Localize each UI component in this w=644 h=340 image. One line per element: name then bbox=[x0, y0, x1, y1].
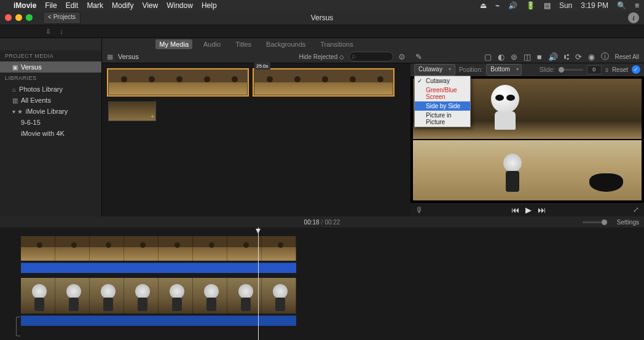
tab-backgrounds[interactable]: Backgrounds bbox=[262, 39, 309, 49]
reset-all-button[interactable]: Reset All bbox=[615, 53, 639, 60]
option-pip[interactable]: Picture in Picture bbox=[415, 111, 470, 127]
sidebar-item-photos-library[interactable]: ⌂Photos Library bbox=[0, 84, 101, 95]
spotlight-icon[interactable]: 🔍 bbox=[617, 1, 626, 10]
speed-icon[interactable]: ⟳ bbox=[575, 52, 582, 61]
volume-icon[interactable]: 🔊 bbox=[508, 1, 517, 10]
play-button[interactable]: ▶ bbox=[525, 205, 532, 215]
playhead[interactable] bbox=[258, 227, 259, 340]
bluetooth-icon[interactable]: ⌁ bbox=[495, 1, 500, 10]
airplay-icon[interactable]: ⏏ bbox=[480, 1, 487, 10]
tab-transitions[interactable]: Transitions bbox=[316, 39, 356, 49]
menu-window[interactable]: Window bbox=[167, 1, 193, 10]
position-select[interactable]: Bottom bbox=[486, 64, 522, 76]
clock-time[interactable]: 3:19 PM bbox=[581, 1, 608, 10]
crop-icon[interactable]: ◫ bbox=[524, 52, 531, 61]
close-button[interactable] bbox=[5, 14, 12, 21]
position-label: Position: bbox=[459, 66, 482, 73]
slide-slider[interactable] bbox=[559, 69, 583, 71]
clip-3[interactable]: + bbox=[108, 101, 156, 121]
project-icon: ▣ bbox=[12, 64, 18, 71]
content-tabs-row: My Media Audio Titles Backgrounds Transi… bbox=[0, 38, 644, 50]
timeline-tracks[interactable] bbox=[0, 227, 644, 340]
menu-edit[interactable]: Edit bbox=[66, 1, 79, 10]
maximize-button[interactable] bbox=[26, 14, 33, 21]
magic-wand-icon[interactable]: ✎ bbox=[415, 52, 422, 61]
stabilize-icon[interactable]: ■ bbox=[537, 52, 542, 61]
sidebar-item-all-events[interactable]: ▥All Events bbox=[0, 95, 101, 106]
figure-small bbox=[499, 154, 526, 196]
option-cutaway[interactable]: Cutaway bbox=[415, 76, 470, 85]
flag-icon[interactable]: ▤ bbox=[544, 1, 551, 10]
import-icon[interactable]: ⇩ bbox=[43, 26, 53, 36]
add-icon[interactable]: + bbox=[151, 113, 154, 120]
timecode-bar: 00:18 / 00:22 Settings bbox=[0, 216, 644, 227]
audio-overlay[interactable] bbox=[21, 263, 296, 273]
overlay-dropdown: Cutaway Green/Blue Screen Side by Side P… bbox=[414, 76, 471, 127]
gear-icon[interactable]: ⚙ bbox=[398, 52, 406, 61]
secondary-toolbar: ⇩ ↓ bbox=[0, 25, 644, 38]
next-button[interactable]: ⏭ bbox=[538, 205, 546, 215]
clock-day[interactable]: Sun bbox=[559, 1, 572, 10]
info-tool-icon[interactable]: ⓘ bbox=[601, 51, 609, 62]
zoom-slider[interactable] bbox=[583, 221, 607, 223]
photos-icon: ⌂ bbox=[12, 86, 16, 93]
slide-unit: s bbox=[605, 66, 608, 73]
clip-1[interactable] bbox=[108, 69, 248, 95]
slide-label: Slide: bbox=[540, 66, 555, 73]
main-panels: PROJECT MEDIA ▣Versus LIBRARIES ⌂Photos … bbox=[0, 50, 644, 216]
library-sidebar: PROJECT MEDIA ▣Versus LIBRARIES ⌂Photos … bbox=[0, 50, 102, 216]
sidebar-item-imovie-library[interactable]: ▾ ★iMovie Library bbox=[0, 106, 101, 117]
overlay-tool-icon[interactable]: ▢ bbox=[484, 52, 492, 61]
timecode-current: 00:18 bbox=[304, 219, 320, 226]
trim-handle[interactable] bbox=[16, 317, 20, 336]
fullscreen-icon[interactable]: ⤢ bbox=[633, 205, 639, 214]
projects-back-button[interactable]: < Projects bbox=[43, 12, 80, 24]
window-title: Versus bbox=[0, 14, 644, 22]
info-icon[interactable]: i bbox=[628, 12, 639, 23]
sidebar-item-event-2[interactable]: iMovie with 4K bbox=[0, 128, 101, 139]
viewer-toolbar: ✎ ▢ ◐ ⊚ ◫ ■ 🔊 ⑆ ⟳ ◉ ⓘ Reset All bbox=[410, 50, 644, 63]
tab-titles[interactable]: Titles bbox=[232, 39, 255, 49]
menu-view[interactable]: View bbox=[142, 1, 158, 10]
clip-2[interactable]: 25.0s bbox=[254, 69, 393, 95]
menu-file[interactable]: File bbox=[45, 1, 57, 10]
prev-button[interactable]: ⏮ bbox=[511, 205, 519, 215]
mic-icon[interactable]: 🎙 bbox=[415, 205, 423, 215]
noise-icon[interactable]: ⑆ bbox=[564, 52, 569, 61]
track-primary[interactable] bbox=[21, 278, 296, 314]
minimize-button[interactable] bbox=[15, 14, 22, 21]
menu-help[interactable]: Help bbox=[202, 1, 217, 10]
import-arrow-icon[interactable]: ↓ bbox=[57, 26, 66, 36]
menu-modify[interactable]: Modify bbox=[112, 1, 133, 10]
tab-my-media[interactable]: My Media bbox=[155, 39, 192, 49]
menu-mark[interactable]: Mark bbox=[87, 1, 103, 10]
audio-primary[interactable] bbox=[21, 315, 296, 326]
search-input[interactable] bbox=[349, 52, 393, 61]
filter-icon[interactable]: ◉ bbox=[588, 52, 595, 61]
events-icon: ▥ bbox=[12, 97, 18, 104]
option-side-by-side[interactable]: Side by Side bbox=[415, 101, 470, 111]
color-balance-icon[interactable]: ◐ bbox=[498, 52, 505, 61]
track-overlay[interactable] bbox=[21, 236, 296, 261]
tab-audio[interactable]: Audio bbox=[200, 39, 224, 49]
settings-button[interactable]: Settings bbox=[617, 219, 639, 226]
star-icon: ▾ ★ bbox=[12, 108, 23, 115]
overlay-select[interactable]: Cutaway bbox=[414, 64, 455, 76]
notification-icon[interactable]: ≡ bbox=[635, 1, 639, 10]
reset-button[interactable]: Reset bbox=[612, 66, 628, 73]
sidebar-item-event-1[interactable]: 9-6-15 bbox=[0, 117, 101, 128]
figure-stormtrooper bbox=[484, 85, 527, 137]
sidebar-item-versus[interactable]: ▣Versus bbox=[0, 61, 101, 73]
media-browser: ▦ Versus Hide Rejected ◇ ⚙ 25.0s + bbox=[102, 50, 410, 216]
system-menubar: iMovie File Edit Mark Modify View Window… bbox=[0, 0, 644, 11]
volume-icon[interactable]: 🔊 bbox=[548, 52, 558, 61]
slide-value[interactable]: 0 bbox=[587, 65, 602, 74]
apply-check-icon[interactable]: ✓ bbox=[632, 65, 640, 74]
color-correct-icon[interactable]: ⊚ bbox=[511, 52, 517, 61]
app-menu[interactable]: iMovie bbox=[14, 1, 36, 10]
option-green-blue[interactable]: Green/Blue Screen bbox=[415, 85, 470, 101]
grid-icon[interactable]: ▦ bbox=[107, 53, 113, 61]
hide-rejected-select[interactable]: Hide Rejected ◇ bbox=[299, 53, 344, 60]
window-titlebar: < Projects Versus i bbox=[0, 11, 644, 25]
battery-icon[interactable]: 🔋 bbox=[526, 1, 535, 10]
